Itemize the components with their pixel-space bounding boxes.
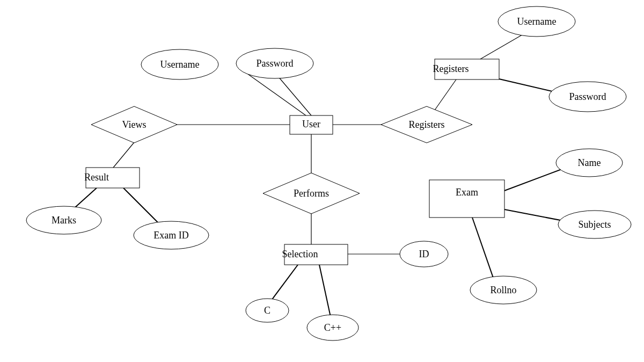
svg-line-5 <box>123 188 161 226</box>
attr-exam-subjects-label: Subjects <box>579 219 611 230</box>
svg-line-14 <box>319 265 331 317</box>
svg-line-3 <box>113 142 134 168</box>
attr-selection-c: C <box>246 299 289 322</box>
attr-registers-password-label: Password <box>569 91 606 102</box>
entity-exam-label: Exam <box>456 187 478 198</box>
attr-exam-subjects: Subjects <box>558 211 631 238</box>
svg-line-1 <box>275 73 311 115</box>
er-diagram: User Result Selection Exam Registers Vie… <box>0 0 644 362</box>
relationship-registers: Registers <box>381 106 472 143</box>
svg-line-0 <box>248 74 306 115</box>
entity-registers: Registers <box>433 59 500 79</box>
attr-selection-cpp-label: C++ <box>324 322 341 333</box>
relationship-views-label: Views <box>122 119 147 130</box>
attr-result-marks-label: Marks <box>52 215 76 226</box>
relationship-performs-label: Performs <box>294 188 329 199</box>
attr-result-marks: Marks <box>26 206 101 234</box>
svg-line-13 <box>271 265 298 301</box>
attr-exam-rollno: Rollno <box>470 276 537 304</box>
attr-registers-username-label: Username <box>517 16 557 27</box>
svg-line-9 <box>435 79 456 110</box>
relationship-performs: Performs <box>263 173 360 214</box>
entity-exam: Exam <box>429 180 504 218</box>
attr-selection-cpp: C++ <box>307 315 358 341</box>
entity-user: User <box>290 115 333 134</box>
relationship-registers-label: Registers <box>409 119 445 130</box>
attr-result-examid: Exam ID <box>134 221 209 249</box>
attr-user-password: Password <box>236 48 313 78</box>
svg-line-15 <box>504 166 569 191</box>
svg-line-17 <box>472 218 494 279</box>
attr-user-username: Username <box>141 49 218 79</box>
entity-result: Result <box>84 168 140 188</box>
entity-selection-label: Selection <box>282 249 318 259</box>
attr-registers-password: Password <box>549 82 626 112</box>
entity-user-label: User <box>302 119 320 129</box>
entity-result-label: Result <box>84 172 109 183</box>
attr-exam-name-label: Name <box>578 157 601 168</box>
entity-registers-label: Registers <box>433 63 469 74</box>
attr-result-examid-label: Exam ID <box>153 230 188 241</box>
attr-user-username-label: Username <box>160 59 200 70</box>
attr-selection-c-label: C <box>264 305 270 316</box>
attr-exam-name: Name <box>556 149 623 177</box>
attr-selection-id: ID <box>400 241 448 267</box>
relationship-views: Views <box>91 106 177 143</box>
attr-selection-id-label: ID <box>419 249 429 259</box>
attr-exam-rollno-label: Rollno <box>490 285 516 295</box>
svg-rect-21 <box>429 180 504 218</box>
attr-user-password-label: Password <box>256 58 293 69</box>
attr-registers-username: Username <box>498 6 575 37</box>
entity-selection: Selection <box>282 244 348 265</box>
